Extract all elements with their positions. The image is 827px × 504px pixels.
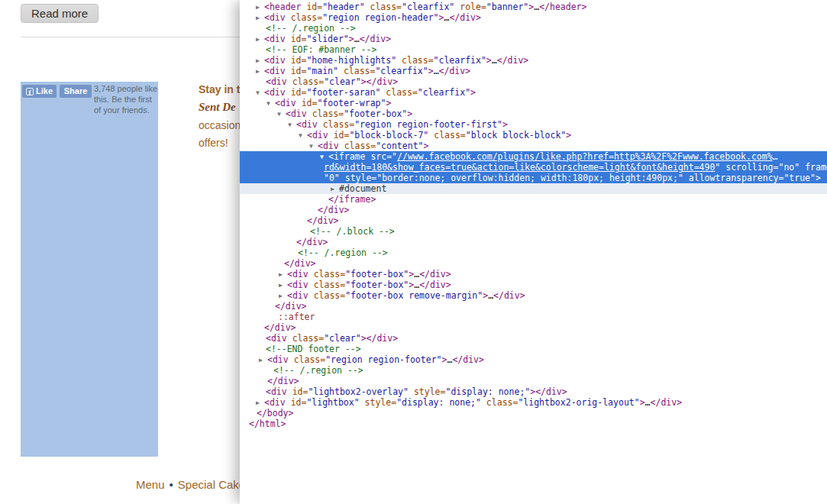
facebook-share-button[interactable]: Share: [60, 85, 92, 98]
code-token-tag: </div>: [439, 66, 471, 76]
devtools-tree-row[interactable]: ▼<div class="content">: [240, 141, 827, 151]
code-token-tag: <div: [287, 269, 314, 279]
devtools-tree-row[interactable]: ▶<div class="footer-box remove-margin">……: [240, 290, 827, 301]
code-token-text: …: [492, 55, 497, 66]
expand-triangle-icon[interactable]: ▶: [256, 398, 264, 409]
code-token-tag: <div: [264, 66, 291, 76]
code-token-text: …: [645, 397, 651, 408]
devtools-tree-row[interactable]: <!-- /.region -->: [240, 23, 827, 34]
facebook-like-iframe-highlight: fLike Share 3,748 people like this. Be t…: [21, 82, 158, 457]
devtools-tree-row[interactable]: ▶<div class="footer-box">…</div>: [240, 269, 827, 279]
devtools-tree-row[interactable]: <!-- EOF: #banner -->: [240, 44, 827, 55]
facebook-like-button[interactable]: fLike: [22, 85, 57, 98]
code-token-val: "display: none;": [396, 397, 481, 408]
devtools-tree-row[interactable]: <div class="clear"></div>: [240, 76, 827, 87]
expand-triangle-icon[interactable]: ▶: [259, 355, 267, 366]
devtools-tree-row[interactable]: </div>: [240, 301, 827, 312]
code-token-tag: <div: [286, 108, 312, 119]
collapse-triangle-icon[interactable]: ▼: [256, 88, 264, 99]
devtools-tree-row[interactable]: <!--END footer -->: [240, 344, 827, 354]
devtools-tree-row[interactable]: </div>: [240, 237, 827, 247]
like-button-label: Like: [36, 86, 53, 95]
devtools-tree-row[interactable]: </div>: [240, 322, 827, 333]
devtools-tree-row[interactable]: <!-- /.block -->: [240, 226, 827, 237]
devtools-elements-panel: ▶<header id="header" class="clearfix" ro…: [240, 0, 827, 504]
code-token-tag: >: [486, 55, 492, 66]
expand-triangle-icon[interactable]: ▶: [279, 280, 287, 291]
devtools-tree-row[interactable]: <!-- /.region -->: [240, 247, 827, 258]
collapse-triangle-icon[interactable]: ▼: [309, 141, 318, 152]
devtools-tree-row[interactable]: <div id="lightbox2-overlay" style="displ…: [240, 386, 827, 397]
collapse-triangle-icon[interactable]: ▼: [267, 99, 275, 109]
code-token-tag: </div>: [497, 55, 529, 66]
expand-triangle-icon[interactable]: ▶: [256, 13, 264, 24]
facebook-social-text: 3,748 people like this. Be the first of …: [94, 83, 158, 115]
code-token-tag: ></div>: [361, 76, 398, 87]
code-token-val: ": [392, 151, 397, 162]
devtools-tree-row[interactable]: ::after: [240, 312, 827, 322]
expand-triangle-icon[interactable]: ▶: [279, 291, 287, 302]
code-token-link: rd&width=180&show_faces=true&action=like…: [324, 162, 715, 173]
devtools-tree-row[interactable]: ▼<div id="footer-wrap">: [240, 98, 827, 108]
code-token-tag: <div: [266, 76, 292, 87]
devtools-tree-row[interactable]: ▼<div id="footer-saran" class="clearfix"…: [240, 87, 827, 98]
devtools-tree-row[interactable]: </body>: [240, 408, 827, 418]
devtools-tree-row[interactable]: </div>: [240, 205, 827, 215]
expand-triangle-icon[interactable]: ▶: [256, 2, 264, 13]
collapse-triangle-icon[interactable]: ▼: [277, 109, 286, 120]
code-token-attr: class=: [314, 269, 346, 279]
devtools-tree-row[interactable]: ▼<div class="region region-footer-first"…: [240, 119, 827, 130]
devtools-tree-row[interactable]: ▶<div id="main" class="clearfix">…</div>: [240, 66, 827, 76]
code-token-val: "slider": [306, 34, 348, 44]
footer-link-menu[interactable]: Menu: [136, 478, 165, 491]
devtools-tree-row[interactable]: <div class="clear"></div>: [240, 333, 827, 344]
code-token-val: "clearfix": [375, 66, 428, 76]
code-token-tag: <div: [264, 12, 291, 23]
devtools-tree-row[interactable]: </div>: [240, 258, 827, 269]
code-token-comment: <!-- /.region -->: [266, 23, 356, 34]
code-token-val: "footer-box": [345, 269, 409, 279]
expand-triangle-icon[interactable]: ▶: [279, 270, 287, 280]
devtools-tree-row[interactable]: "0" style="border:none; overflow:hidden;…: [240, 173, 827, 183]
devtools-tree-row[interactable]: ▶<header id="header" class="clearfix" ro…: [240, 2, 827, 12]
expand-triangle-icon[interactable]: ▶: [256, 66, 264, 77]
read-more-button[interactable]: Read more: [21, 4, 99, 23]
code-token-tag: </div>: [419, 279, 451, 290]
devtools-tree-row[interactable]: <!-- /.region -->: [240, 365, 827, 376]
devtools-tree-row[interactable]: ▶<div class="footer-box">…</div>: [240, 279, 827, 290]
collapse-triangle-icon[interactable]: ▼: [288, 120, 296, 131]
devtools-tree-row[interactable]: ▶<div class="region region-header">…</di…: [240, 12, 827, 23]
devtools-tree-row[interactable]: </html>: [240, 418, 827, 429]
code-token-tag: ></div>: [361, 333, 398, 344]
code-token-val: "region region-footer-first": [354, 119, 502, 130]
code-token-attr: id=: [306, 2, 322, 12]
code-token-attr: class=: [291, 12, 323, 23]
code-token-text: …: [773, 151, 778, 162]
devtools-tree-row[interactable]: ▼<div class="footer-box">: [240, 108, 827, 119]
devtools-tree-row[interactable]: ▶<div class="region region-footer">…</di…: [240, 354, 827, 365]
collapse-triangle-icon[interactable]: ▼: [299, 131, 307, 141]
devtools-tree-row[interactable]: ▶#document: [240, 183, 827, 194]
devtools-tree-row[interactable]: </iframe>: [240, 194, 827, 205]
collapse-triangle-icon[interactable]: ▼: [320, 152, 328, 163]
code-token-attr: class=: [294, 354, 326, 365]
expand-triangle-icon[interactable]: ▶: [256, 56, 264, 66]
devtools-tree-row[interactable]: ▶<div id="slider">…</div>: [240, 34, 827, 44]
code-token-tag: </div>: [267, 376, 299, 386]
devtools-tree-row[interactable]: ▼<iframe src="//www.facebook.com/plugins…: [240, 151, 827, 162]
code-token-attr: id=: [291, 55, 307, 66]
devtools-tree-row[interactable]: rd&width=180&show_faces=true&action=like…: [240, 162, 827, 173]
devtools-tree-row[interactable]: </div>: [240, 376, 827, 386]
devtools-tree-row[interactable]: ▶<div id="home-highlights" class="clearf…: [240, 55, 827, 66]
code-token-attr: class=: [370, 2, 402, 12]
expand-triangle-icon[interactable]: ▶: [331, 184, 339, 195]
code-token-text: [340, 173, 345, 183]
code-token-val: "display: none;": [445, 386, 530, 397]
devtools-tree-row[interactable]: </div>: [240, 215, 827, 226]
code-token-attr: id=: [292, 386, 309, 397]
expand-triangle-icon[interactable]: ▶: [256, 34, 264, 45]
devtools-tree-row[interactable]: ▶<div id="lightbox" style="display: none…: [240, 397, 827, 408]
code-token-attr: class=: [312, 108, 344, 119]
devtools-tree-row[interactable]: ▼<div id="block-block-7" class="block bl…: [240, 130, 827, 141]
code-token-tag: <div: [266, 386, 292, 397]
